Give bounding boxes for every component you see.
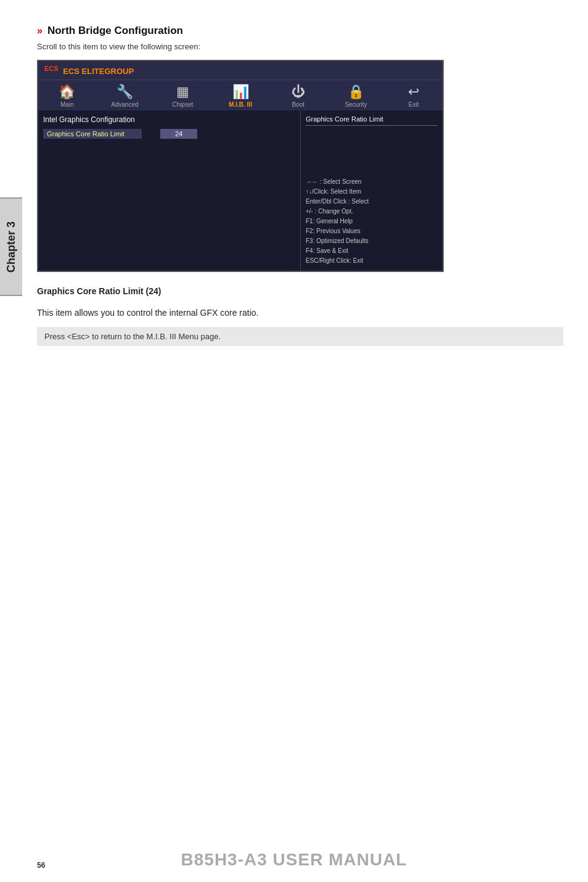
home-icon: 🏠 <box>59 84 75 100</box>
bios-header: ECS ECS ELITEGROUP <box>38 61 443 80</box>
nav-main-label: Main <box>60 101 74 108</box>
nav-chipset[interactable]: ▦ Chipset <box>153 84 211 108</box>
nav-advanced-label: Advanced <box>111 101 138 108</box>
nav-boot-label: Boot <box>292 101 304 108</box>
nav-chipset-label: Chipset <box>172 101 193 108</box>
help-line-2: ↑↓/Click: Select Item <box>306 187 438 197</box>
bios-right-panel: Graphics Core Ratio Limit →← : Select Sc… <box>301 110 443 271</box>
help-line-9: ESC/Right Click: Exit <box>306 256 438 266</box>
help-line-8: F4: Save & Exit <box>306 246 438 256</box>
bios-nav-icons: 🏠 Main 🔧 Advanced ▦ Chipset 📊 M.I.B. III… <box>38 80 443 110</box>
chart-icon: 📊 <box>232 84 249 100</box>
bios-body: Intel Graphics Configuration Graphics Co… <box>38 110 443 271</box>
section-subtitle: Scroll to this item to view the followin… <box>37 42 563 51</box>
section-title: North Bridge Configuration <box>47 25 183 37</box>
lock-icon: 🔒 <box>348 84 364 100</box>
bios-row-value: 24 <box>160 129 197 139</box>
wrench-icon: 🔧 <box>116 84 133 100</box>
bios-row-label: Graphics Core Ratio Limit <box>43 129 142 139</box>
bios-help-title: Graphics Core Ratio Limit <box>306 115 438 126</box>
bios-screen: ECS ECS ELITEGROUP 🏠 Main 🔧 Advanced ▦ C… <box>37 60 444 272</box>
nav-mib3-label: M.I.B. III <box>229 101 252 108</box>
bios-logo: ECS ECS ELITEGROUP <box>44 65 134 76</box>
chapter-tab: Chapter 3 <box>0 197 22 296</box>
footer-title: B85H3-A3 USER MANUAL <box>181 850 407 870</box>
bios-left-panel: Intel Graphics Configuration Graphics Co… <box>38 110 301 271</box>
body-description: This item allows you to control the inte… <box>37 306 563 319</box>
help-line-7: F3: Optimized Defaults <box>306 236 438 246</box>
footer: B85H3-A3 USER MANUAL <box>0 850 588 870</box>
bios-logo-text: ECS ELITEGROUP <box>63 67 134 76</box>
chevron-icon: » <box>37 25 43 36</box>
help-line-6: F2: Previous Values <box>306 226 438 236</box>
bios-section-title: Intel Graphics Configuration <box>43 115 295 124</box>
nav-exit-label: Exit <box>409 101 419 108</box>
help-line-1: →← : Select Screen <box>306 177 438 187</box>
help-line-4: +/- : Change Opt. <box>306 207 438 216</box>
help-line-3: Enter/Dbl Click : Select <box>306 197 438 207</box>
nav-security[interactable]: 🔒 Security <box>327 84 385 108</box>
exit-icon: ↩ <box>408 84 419 100</box>
note-box: Press <Esc> to return to the M.I.B. III … <box>37 327 563 346</box>
nav-boot[interactable]: ⏻ Boot <box>269 84 327 108</box>
chipset-icon: ▦ <box>176 84 189 100</box>
nav-main[interactable]: 🏠 Main <box>38 84 96 108</box>
body-heading: Graphics Core Ratio Limit (24) <box>37 284 563 298</box>
nav-security-label: Security <box>345 101 367 108</box>
help-line-5: F1: General Help <box>306 216 438 226</box>
nav-exit[interactable]: ↩ Exit <box>385 84 443 108</box>
bios-graphics-row[interactable]: Graphics Core Ratio Limit 24 <box>43 129 295 139</box>
nav-mib3[interactable]: 📊 M.I.B. III <box>211 84 269 108</box>
bios-help-text: →← : Select Screen ↑↓/Click: Select Item… <box>306 177 438 266</box>
power-icon: ⏻ <box>292 84 305 100</box>
footer-page: 56 <box>37 861 45 870</box>
nav-advanced[interactable]: 🔧 Advanced <box>96 84 154 108</box>
section-heading: » North Bridge Configuration <box>37 25 563 37</box>
